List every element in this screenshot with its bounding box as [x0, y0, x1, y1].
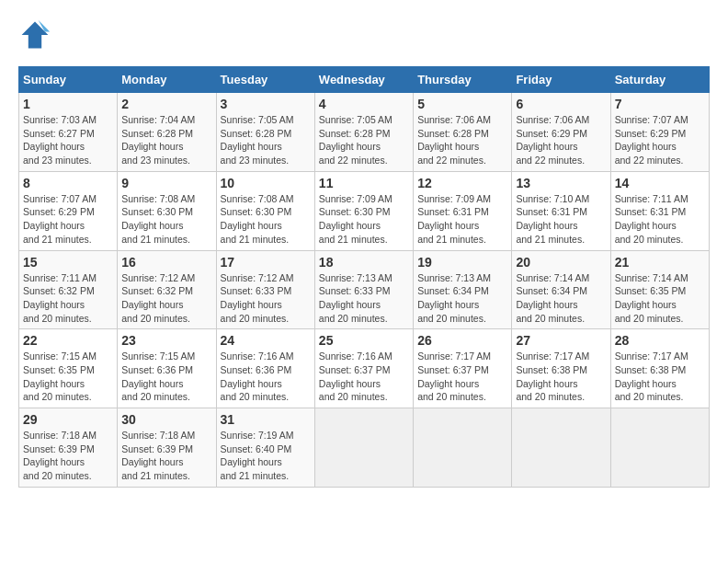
day-number: 8: [23, 176, 113, 190]
day-detail: Sunrise: 7:11 AM Sunset: 6:32 PM Dayligh…: [23, 271, 113, 326]
day-number: 5: [417, 97, 507, 111]
day-detail: Sunrise: 7:05 AM Sunset: 6:28 PM Dayligh…: [319, 113, 409, 167]
day-number: 23: [121, 333, 211, 348]
calendar-header-row: SundayMondayTuesdayWednesdayThursdayFrid…: [19, 67, 710, 93]
day-detail: Sunrise: 7:09 AM Sunset: 6:31 PM Dayligh…: [417, 192, 507, 247]
day-number: 3: [221, 97, 311, 111]
day-detail: Sunrise: 7:08 AM Sunset: 6:30 PM Dayligh…: [221, 192, 311, 247]
calendar-cell: 23 Sunrise: 7:15 AM Sunset: 6:36 PM Dayl…: [118, 329, 216, 408]
day-number: 16: [121, 255, 211, 270]
calendar-week-row: 15 Sunrise: 7:11 AM Sunset: 6:32 PM Dayl…: [19, 250, 710, 329]
calendar-cell: 12 Sunrise: 7:09 AM Sunset: 6:31 PM Dayl…: [414, 171, 512, 250]
day-number: 6: [516, 97, 606, 111]
calendar-cell: 26 Sunrise: 7:17 AM Sunset: 6:37 PM Dayl…: [414, 329, 512, 408]
calendar-cell: 13 Sunrise: 7:10 AM Sunset: 6:31 PM Dayl…: [512, 171, 610, 250]
calendar-cell: 15 Sunrise: 7:11 AM Sunset: 6:32 PM Dayl…: [19, 250, 118, 329]
day-number: 26: [417, 333, 507, 348]
calendar-cell: [314, 408, 413, 488]
calendar-cell: 5 Sunrise: 7:06 AM Sunset: 6:28 PM Dayli…: [414, 93, 512, 172]
day-number: 14: [615, 176, 705, 190]
calendar-cell: 22 Sunrise: 7:15 AM Sunset: 6:35 PM Dayl…: [19, 329, 118, 408]
calendar-cell: [610, 408, 709, 488]
day-detail: Sunrise: 7:14 AM Sunset: 6:35 PM Dayligh…: [615, 271, 705, 326]
day-detail: Sunrise: 7:16 AM Sunset: 6:37 PM Dayligh…: [319, 350, 409, 404]
calendar-cell: 16 Sunrise: 7:12 AM Sunset: 6:32 PM Dayl…: [118, 250, 216, 329]
day-detail: Sunrise: 7:08 AM Sunset: 6:30 PM Dayligh…: [121, 192, 211, 247]
page-header: [18, 18, 710, 52]
day-detail: Sunrise: 7:16 AM Sunset: 6:36 PM Dayligh…: [221, 350, 311, 404]
day-detail: Sunrise: 7:15 AM Sunset: 6:36 PM Dayligh…: [121, 350, 211, 404]
day-number: 27: [516, 333, 606, 348]
day-number: 15: [23, 255, 113, 270]
day-detail: Sunrise: 7:17 AM Sunset: 6:37 PM Dayligh…: [417, 350, 507, 404]
day-of-week-header: Tuesday: [216, 67, 314, 93]
day-detail: Sunrise: 7:19 AM Sunset: 6:40 PM Dayligh…: [221, 429, 311, 483]
day-number: 30: [121, 412, 211, 427]
day-of-week-header: Sunday: [19, 67, 118, 93]
calendar-cell: 4 Sunrise: 7:05 AM Sunset: 6:28 PM Dayli…: [314, 93, 413, 172]
day-detail: Sunrise: 7:18 AM Sunset: 6:39 PM Dayligh…: [121, 429, 211, 483]
calendar-week-row: 1 Sunrise: 7:03 AM Sunset: 6:27 PM Dayli…: [19, 93, 710, 172]
day-detail: Sunrise: 7:12 AM Sunset: 6:32 PM Dayligh…: [121, 271, 211, 326]
day-detail: Sunrise: 7:04 AM Sunset: 6:28 PM Dayligh…: [121, 113, 211, 167]
calendar-cell: 20 Sunrise: 7:14 AM Sunset: 6:34 PM Dayl…: [512, 250, 610, 329]
calendar-cell: 21 Sunrise: 7:14 AM Sunset: 6:35 PM Dayl…: [610, 250, 709, 329]
day-detail: Sunrise: 7:03 AM Sunset: 6:27 PM Dayligh…: [23, 113, 113, 167]
calendar-cell: 18 Sunrise: 7:13 AM Sunset: 6:33 PM Dayl…: [314, 250, 413, 329]
calendar-week-row: 8 Sunrise: 7:07 AM Sunset: 6:29 PM Dayli…: [19, 171, 710, 250]
day-detail: Sunrise: 7:09 AM Sunset: 6:30 PM Dayligh…: [319, 192, 409, 247]
svg-marker-0: [22, 22, 49, 49]
day-detail: Sunrise: 7:07 AM Sunset: 6:29 PM Dayligh…: [615, 113, 705, 167]
day-number: 21: [615, 255, 705, 270]
day-detail: Sunrise: 7:13 AM Sunset: 6:34 PM Dayligh…: [417, 271, 507, 326]
day-number: 17: [221, 255, 311, 270]
day-of-week-header: Saturday: [610, 67, 709, 93]
calendar-cell: 19 Sunrise: 7:13 AM Sunset: 6:34 PM Dayl…: [414, 250, 512, 329]
day-detail: Sunrise: 7:06 AM Sunset: 6:29 PM Dayligh…: [516, 113, 606, 167]
calendar-cell: 17 Sunrise: 7:12 AM Sunset: 6:33 PM Dayl…: [216, 250, 314, 329]
calendar-cell: [414, 408, 512, 488]
day-detail: Sunrise: 7:17 AM Sunset: 6:38 PM Dayligh…: [615, 350, 705, 404]
day-number: 24: [221, 333, 311, 348]
calendar-cell: 28 Sunrise: 7:17 AM Sunset: 6:38 PM Dayl…: [610, 329, 709, 408]
calendar-week-row: 29 Sunrise: 7:18 AM Sunset: 6:39 PM Dayl…: [19, 408, 710, 488]
day-number: 11: [319, 176, 409, 190]
calendar-cell: 2 Sunrise: 7:04 AM Sunset: 6:28 PM Dayli…: [118, 93, 216, 172]
day-number: 12: [417, 176, 507, 190]
logo-icon: [18, 18, 51, 52]
day-number: 28: [615, 333, 705, 348]
day-detail: Sunrise: 7:15 AM Sunset: 6:35 PM Dayligh…: [23, 350, 113, 404]
day-number: 29: [23, 412, 113, 427]
calendar-cell: 11 Sunrise: 7:09 AM Sunset: 6:30 PM Dayl…: [314, 171, 413, 250]
day-number: 18: [319, 255, 409, 270]
day-number: 31: [221, 412, 311, 427]
calendar-cell: 30 Sunrise: 7:18 AM Sunset: 6:39 PM Dayl…: [118, 408, 216, 488]
calendar-cell: 9 Sunrise: 7:08 AM Sunset: 6:30 PM Dayli…: [118, 171, 216, 250]
calendar-cell: 1 Sunrise: 7:03 AM Sunset: 6:27 PM Dayli…: [19, 93, 118, 172]
day-number: 19: [417, 255, 507, 270]
day-of-week-header: Wednesday: [314, 67, 413, 93]
day-detail: Sunrise: 7:06 AM Sunset: 6:28 PM Dayligh…: [417, 113, 507, 167]
calendar-week-row: 22 Sunrise: 7:15 AM Sunset: 6:35 PM Dayl…: [19, 329, 710, 408]
day-detail: Sunrise: 7:10 AM Sunset: 6:31 PM Dayligh…: [516, 192, 606, 247]
day-detail: Sunrise: 7:13 AM Sunset: 6:33 PM Dayligh…: [319, 271, 409, 326]
calendar-cell: 27 Sunrise: 7:17 AM Sunset: 6:38 PM Dayl…: [512, 329, 610, 408]
logo: [18, 18, 55, 52]
day-detail: Sunrise: 7:14 AM Sunset: 6:34 PM Dayligh…: [516, 271, 606, 326]
calendar-cell: 6 Sunrise: 7:06 AM Sunset: 6:29 PM Dayli…: [512, 93, 610, 172]
day-number: 13: [516, 176, 606, 190]
calendar-table: SundayMondayTuesdayWednesdayThursdayFrid…: [18, 66, 710, 488]
calendar-cell: 3 Sunrise: 7:05 AM Sunset: 6:28 PM Dayli…: [216, 93, 314, 172]
day-detail: Sunrise: 7:07 AM Sunset: 6:29 PM Dayligh…: [23, 192, 113, 247]
calendar-cell: [512, 408, 610, 488]
day-number: 20: [516, 255, 606, 270]
day-of-week-header: Thursday: [414, 67, 512, 93]
day-of-week-header: Monday: [118, 67, 216, 93]
day-detail: Sunrise: 7:12 AM Sunset: 6:33 PM Dayligh…: [221, 271, 311, 326]
day-detail: Sunrise: 7:11 AM Sunset: 6:31 PM Dayligh…: [615, 192, 705, 247]
day-number: 2: [121, 97, 211, 111]
day-number: 25: [319, 333, 409, 348]
day-number: 22: [23, 333, 113, 348]
calendar-cell: 10 Sunrise: 7:08 AM Sunset: 6:30 PM Dayl…: [216, 171, 314, 250]
calendar-cell: 29 Sunrise: 7:18 AM Sunset: 6:39 PM Dayl…: [19, 408, 118, 488]
